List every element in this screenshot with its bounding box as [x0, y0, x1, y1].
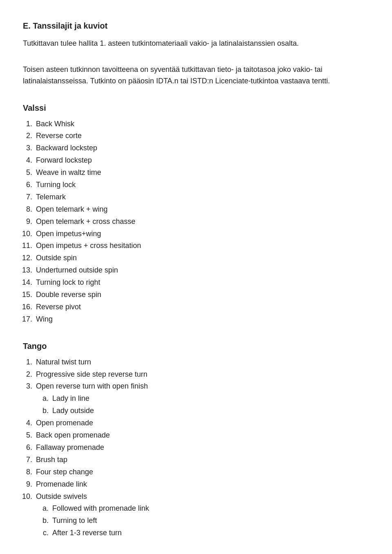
- valssi-item-3: Backward lockstep: [34, 143, 369, 154]
- tango-item-3: Open reverse turn with open finishLady i…: [34, 381, 369, 417]
- tango-item-6: Fallaway promenade: [34, 442, 369, 453]
- valssi-item-9: Open telemark + cross chasse: [34, 216, 369, 228]
- valssi-item-16: Reverse pivot: [34, 302, 369, 313]
- tango-subitem-10-1: Followed with promenade link: [51, 503, 369, 514]
- intro-paragraph-1: Tutkittavan tulee hallita 1. asteen tutk…: [23, 38, 369, 49]
- valssi-item-17: Wing: [34, 314, 369, 325]
- tango-item-9: Promenade link: [34, 479, 369, 490]
- tango-item-8: Four step change: [34, 467, 369, 478]
- tango-item-1: Natural twist turn: [34, 357, 369, 368]
- tango-item-5: Back open promenade: [34, 430, 369, 441]
- valssi-item-5: Weave in waltz time: [34, 167, 369, 179]
- tango-list: Natural twist turnProgressive side step …: [34, 357, 369, 539]
- tango-subitem-10-2: Turning to left: [51, 515, 369, 527]
- valssi-item-14: Turning lock to right: [34, 277, 369, 288]
- valssi-item-7: Telemark: [34, 192, 369, 203]
- tango-subitem-10-3: After 1-3 reverse turn: [51, 527, 369, 539]
- tango-subitem-3-1: Lady in line: [51, 393, 369, 404]
- valssi-item-6: Turning lock: [34, 179, 369, 191]
- valssi-item-10: Open impetus+wing: [34, 228, 369, 240]
- tango-sublist-3: Lady in lineLady outside: [51, 393, 369, 417]
- tango-subitem-3-2: Lady outside: [51, 405, 369, 417]
- tango-item-7: Brush tap: [34, 454, 369, 466]
- valssi-title: Valssi: [23, 102, 369, 114]
- valssi-item-11: Open impetus + cross hesitation: [34, 240, 369, 252]
- valssi-item-2: Reverse corte: [34, 130, 369, 142]
- tango-item-4: Open promenade: [34, 418, 369, 429]
- valssi-item-13: Underturned outside spin: [34, 265, 369, 276]
- tango-item-2: Progressive side step reverse turn: [34, 369, 369, 380]
- valssi-list: Back WhiskReverse corteBackward lockstep…: [34, 118, 369, 325]
- intro-paragraph-2: Toisen asteen tutkinnon tavoitteena on s…: [23, 64, 369, 87]
- section-title: E. Tanssilajit ja kuviot: [23, 20, 369, 32]
- tango-sublist-10: Followed with promenade linkTurning to l…: [51, 503, 369, 539]
- valssi-item-4: Forward lockstep: [34, 155, 369, 166]
- valssi-item-1: Back Whisk: [34, 118, 369, 130]
- valssi-item-15: Double reverse spin: [34, 289, 369, 301]
- tango-title: Tango: [23, 340, 369, 353]
- valssi-item-12: Outside spin: [34, 252, 369, 264]
- tango-item-10: Outside swivelsFollowed with promenade l…: [34, 491, 369, 539]
- valssi-item-8: Open telemark + wing: [34, 204, 369, 215]
